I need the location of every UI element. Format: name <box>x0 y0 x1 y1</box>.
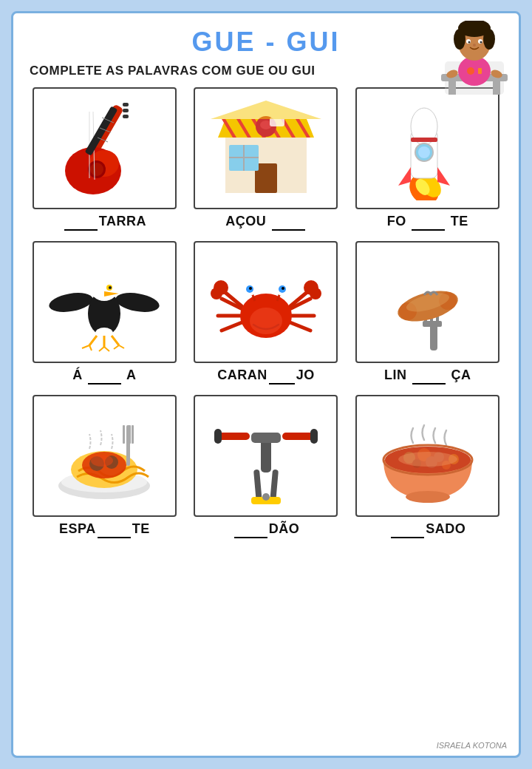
label-guitar: TARRA <box>63 214 146 231</box>
character-illustration <box>437 21 511 98</box>
svg-rect-120 <box>214 429 222 444</box>
cell-pasta: ESPA TE <box>30 395 180 538</box>
blank-eagle <box>88 367 121 384</box>
label-bike: DÃO <box>233 521 300 538</box>
svg-line-78 <box>222 322 244 331</box>
svg-rect-121 <box>310 429 318 444</box>
svg-line-71 <box>89 345 92 350</box>
svg-point-11 <box>483 29 495 50</box>
svg-point-60 <box>115 289 160 314</box>
svg-rect-57 <box>411 138 437 142</box>
footer-credit: ISRAELA KOTONA <box>437 741 507 750</box>
svg-marker-56 <box>437 167 450 186</box>
svg-marker-48 <box>211 101 321 119</box>
svg-rect-123 <box>251 433 281 443</box>
cell-butcher: AÇOU <box>191 87 341 231</box>
svg-point-10 <box>454 29 466 50</box>
label-stew: SADO <box>389 521 466 538</box>
image-bike <box>194 395 338 517</box>
svg-point-15 <box>480 41 482 44</box>
image-sausage <box>355 241 499 363</box>
label-rocket: FO TE <box>387 214 468 231</box>
blank-stew <box>391 521 424 538</box>
image-eagle <box>33 241 177 363</box>
blank-rocket <box>412 214 445 231</box>
svg-point-54 <box>418 146 430 158</box>
svg-rect-115 <box>123 425 125 444</box>
svg-rect-3 <box>493 81 500 95</box>
svg-point-14 <box>468 41 471 44</box>
cell-stew: SADO <box>352 395 502 538</box>
svg-point-87 <box>310 288 321 299</box>
svg-line-70 <box>82 345 89 348</box>
svg-point-95 <box>249 287 252 290</box>
svg-point-66 <box>109 286 112 289</box>
svg-point-113 <box>91 455 113 467</box>
svg-rect-26 <box>123 103 129 106</box>
exercise-grid: TARRA <box>30 87 502 538</box>
cell-crab: CARAN JO <box>191 241 341 384</box>
page: GUE - GUI <box>11 11 521 758</box>
svg-point-84 <box>211 288 222 299</box>
image-guitar <box>33 87 177 209</box>
blank-pasta <box>98 521 131 538</box>
svg-line-75 <box>119 345 124 348</box>
svg-line-81 <box>288 322 310 331</box>
blank-guitar <box>64 214 98 231</box>
label-crab: CARAN JO <box>217 367 315 384</box>
svg-line-67 <box>89 336 97 345</box>
svg-rect-28 <box>123 115 129 118</box>
label-pasta: ESPA TE <box>59 521 150 538</box>
svg-point-97 <box>250 308 282 334</box>
label-sausage: LIN ÇA <box>384 367 471 384</box>
svg-line-73 <box>104 347 109 351</box>
svg-rect-102 <box>423 321 442 327</box>
image-butcher <box>194 87 338 209</box>
svg-rect-2 <box>449 81 456 95</box>
svg-rect-18 <box>478 68 482 74</box>
cell-sausage: LIN ÇA <box>352 241 502 384</box>
cell-bike: DÃO <box>191 395 341 538</box>
svg-point-137 <box>406 491 450 503</box>
svg-rect-117 <box>132 425 134 444</box>
svg-point-59 <box>49 289 95 314</box>
page-title: GUE - GUI <box>191 27 340 58</box>
subtitle: COMPLETE AS PALAVRAS COM GUE OU GUI <box>30 64 315 78</box>
cell-guitar: TARRA <box>30 87 180 231</box>
svg-point-138 <box>398 452 457 467</box>
cell-rocket: FO TE <box>352 87 502 231</box>
label-butcher: AÇOU <box>225 214 307 231</box>
svg-point-127 <box>262 493 270 501</box>
svg-point-16 <box>473 44 476 47</box>
blank-butcher <box>272 214 305 231</box>
image-pasta <box>33 395 177 517</box>
svg-rect-116 <box>129 425 131 444</box>
svg-point-96 <box>282 287 284 290</box>
cell-eagle: Á A <box>30 241 180 384</box>
svg-point-17 <box>467 67 474 75</box>
blank-sausage <box>412 367 446 384</box>
svg-line-69 <box>112 336 119 345</box>
image-crab <box>194 241 338 363</box>
svg-rect-27 <box>123 109 129 112</box>
svg-line-72 <box>99 347 104 351</box>
label-eagle: Á A <box>72 367 136 384</box>
svg-line-74 <box>114 345 119 349</box>
image-stew <box>355 395 499 517</box>
image-rocket <box>355 87 499 209</box>
svg-marker-55 <box>398 167 411 186</box>
blank-crab <box>269 367 295 384</box>
svg-point-23 <box>90 163 103 176</box>
blank-bike <box>234 521 267 538</box>
